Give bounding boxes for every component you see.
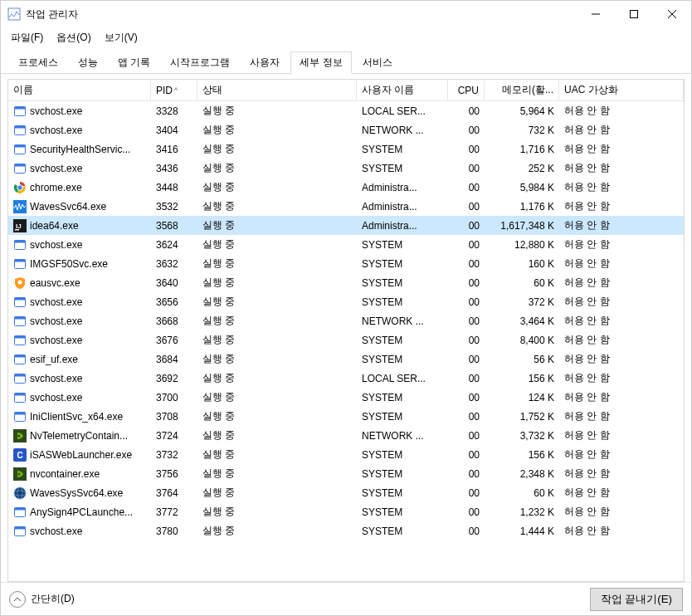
cell-cpu: 00 bbox=[448, 449, 485, 461]
column-header-cpu[interactable]: CPU bbox=[448, 80, 485, 100]
cell-pid: 3732 bbox=[151, 449, 197, 461]
cell-uac: 허용 안 함 bbox=[559, 142, 684, 156]
process-icon bbox=[13, 429, 27, 442]
cell-memory: 1,444 K bbox=[485, 526, 559, 537]
cell-user: NETWORK ... bbox=[357, 430, 448, 442]
tab-performance[interactable]: 성능 bbox=[69, 51, 107, 74]
process-name: iSASWebLauncher.exe bbox=[30, 449, 132, 461]
table-row[interactable]: svchost.exe 3692 실행 중 LOCAL SER... 00 15… bbox=[8, 369, 684, 388]
table-body[interactable]: svchost.exe 3328 실행 중 LOCAL SER... 00 5,… bbox=[8, 101, 684, 581]
svg-rect-23 bbox=[15, 259, 26, 262]
cell-user: NETWORK ... bbox=[357, 125, 448, 136]
close-button[interactable] bbox=[653, 1, 691, 27]
cell-pid: 3436 bbox=[151, 163, 197, 174]
process-icon bbox=[13, 315, 27, 328]
table-row[interactable]: svchost.exe 3624 실행 중 SYSTEM 00 12,880 K… bbox=[8, 235, 684, 254]
cell-user: SYSTEM bbox=[357, 392, 448, 403]
cell-memory: 732 K bbox=[485, 125, 559, 136]
chevron-up-icon bbox=[9, 591, 26, 608]
cell-memory: 56 K bbox=[485, 354, 559, 365]
cell-user: SYSTEM bbox=[357, 163, 448, 174]
cell-uac: 허용 안 함 bbox=[559, 428, 684, 442]
table-row[interactable]: svchost.exe 3656 실행 중 SYSTEM 00 372 K 허용… bbox=[8, 292, 684, 311]
svg-rect-30 bbox=[15, 335, 26, 338]
cell-user: SYSTEM bbox=[357, 526, 448, 537]
cell-status: 실행 중 bbox=[197, 123, 357, 137]
fewer-details-button[interactable]: 간단히(D) bbox=[9, 591, 75, 608]
column-header-user[interactable]: 사용자 이름 bbox=[357, 80, 448, 100]
minimize-button[interactable] bbox=[577, 1, 615, 27]
table-row[interactable]: WavesSysSvc64.exe 3764 실행 중 SYSTEM 00 60… bbox=[8, 483, 684, 502]
cell-status: 실행 중 bbox=[197, 428, 357, 442]
table-row[interactable]: WavesSvc64.exe 3532 실행 중 Administra... 0… bbox=[8, 197, 684, 216]
table-row[interactable]: eausvc.exe 3640 실행 중 SYSTEM 00 60 K 허용 안… bbox=[8, 273, 684, 292]
column-header-pid[interactable]: PID ^ bbox=[151, 80, 197, 100]
cell-pid: 3668 bbox=[151, 315, 197, 327]
end-task-button[interactable]: 작업 끝내기(E) bbox=[590, 588, 683, 611]
table-row[interactable]: AnySign4PCLaunche... 3772 실행 중 SYSTEM 00… bbox=[8, 502, 684, 521]
tab-services[interactable]: 서비스 bbox=[353, 51, 402, 74]
cell-status: 실행 중 bbox=[197, 371, 357, 385]
menu-options[interactable]: 옵션(O) bbox=[51, 29, 95, 46]
table-row[interactable]: IniClientSvc_x64.exe 3708 실행 중 SYSTEM 00… bbox=[8, 407, 684, 426]
table-row[interactable]: IJ idea64.exe 3568 실행 중 Administra... 00… bbox=[8, 216, 684, 235]
cell-name: IMGSF50Svc.exe bbox=[8, 257, 151, 271]
process-icon bbox=[13, 124, 27, 137]
cell-status: 실행 중 bbox=[197, 333, 357, 347]
svg-point-24 bbox=[18, 280, 22, 284]
process-name: nvcontainer.exe bbox=[30, 468, 100, 480]
cell-user: SYSTEM bbox=[357, 258, 448, 270]
table-row[interactable]: svchost.exe 3668 실행 중 NETWORK ... 00 3,4… bbox=[8, 311, 684, 330]
cell-cpu: 00 bbox=[448, 105, 485, 117]
table-row[interactable]: SecurityHealthServic... 3416 실행 중 SYSTEM… bbox=[8, 139, 684, 159]
table-header: 이름 PID ^ 상태 사용자 이름 CPU 메모리(활... UAC 가상화 bbox=[8, 80, 684, 101]
process-icon bbox=[13, 486, 27, 500]
tab-app-history[interactable]: 앱 기록 bbox=[109, 51, 159, 74]
tab-processes[interactable]: 프로세스 bbox=[9, 51, 67, 74]
cell-user: SYSTEM bbox=[357, 468, 448, 480]
cell-cpu: 00 bbox=[448, 144, 485, 155]
svg-point-40 bbox=[18, 434, 21, 437]
table-row[interactable]: svchost.exe 3676 실행 중 SYSTEM 00 8,400 K … bbox=[8, 330, 684, 350]
column-header-memory[interactable]: 메모리(활... bbox=[485, 80, 559, 100]
cell-uac: 허용 안 함 bbox=[559, 390, 684, 404]
process-name: svchost.exe bbox=[30, 163, 82, 174]
cell-name: svchost.exe bbox=[8, 238, 151, 252]
process-name: SecurityHealthServic... bbox=[30, 144, 130, 155]
table-row[interactable]: chrome.exe 3448 실행 중 Administra... 00 5,… bbox=[8, 178, 684, 197]
cell-pid: 3404 bbox=[151, 125, 197, 136]
table-row[interactable]: esif_uf.exe 3684 실행 중 SYSTEM 00 56 K 허용 … bbox=[8, 350, 684, 369]
cell-user: Administra... bbox=[357, 220, 448, 232]
table-row[interactable]: IMGSF50Svc.exe 3632 실행 중 SYSTEM 00 160 K… bbox=[8, 254, 684, 273]
maximize-button[interactable] bbox=[615, 1, 653, 27]
cell-cpu: 00 bbox=[448, 296, 485, 308]
tab-startup[interactable]: 시작프로그램 bbox=[161, 51, 239, 74]
table-row[interactable]: svchost.exe 3328 실행 중 LOCAL SER... 00 5,… bbox=[8, 101, 684, 120]
cell-cpu: 00 bbox=[448, 220, 485, 232]
column-header-uac[interactable]: UAC 가상화 bbox=[559, 80, 684, 100]
table-row[interactable]: C iSASWebLauncher.exe 3732 실행 중 SYSTEM 0… bbox=[8, 445, 684, 464]
table-row[interactable]: svchost.exe 3780 실행 중 SYSTEM 00 1,444 K … bbox=[8, 521, 684, 540]
cell-cpu: 00 bbox=[448, 354, 485, 365]
cell-name: svchost.exe bbox=[8, 105, 151, 118]
menu-view[interactable]: 보기(V) bbox=[100, 29, 143, 46]
table-row[interactable]: svchost.exe 3404 실행 중 NETWORK ... 00 732… bbox=[8, 120, 684, 139]
tab-details[interactable]: 세부 정보 bbox=[290, 51, 351, 74]
svg-rect-2 bbox=[631, 11, 638, 18]
cell-status: 실행 중 bbox=[197, 237, 357, 252]
table-row[interactable]: nvcontainer.exe 3756 실행 중 SYSTEM 00 2,34… bbox=[8, 464, 684, 483]
cell-uac: 허용 안 함 bbox=[559, 505, 684, 519]
column-header-name[interactable]: 이름 bbox=[8, 80, 151, 100]
tab-users[interactable]: 사용자 bbox=[241, 51, 289, 74]
cell-name: eausvc.exe bbox=[8, 276, 151, 290]
table-row[interactable]: svchost.exe 3700 실행 중 SYSTEM 00 124 K 허용… bbox=[8, 388, 684, 407]
cell-uac: 허용 안 함 bbox=[559, 486, 684, 500]
cell-status: 실행 중 bbox=[197, 142, 357, 156]
column-header-status[interactable]: 상태 bbox=[197, 80, 357, 100]
table-row[interactable]: NvTelemetryContain... 3724 실행 중 NETWORK … bbox=[8, 426, 684, 445]
menu-file[interactable]: 파일(F) bbox=[6, 29, 48, 46]
cell-uac: 허용 안 함 bbox=[559, 524, 684, 538]
cell-user: LOCAL SER... bbox=[357, 373, 448, 384]
cell-uac: 허용 안 함 bbox=[559, 276, 684, 290]
table-row[interactable]: svchost.exe 3436 실행 중 SYSTEM 00 252 K 허용… bbox=[8, 159, 684, 178]
